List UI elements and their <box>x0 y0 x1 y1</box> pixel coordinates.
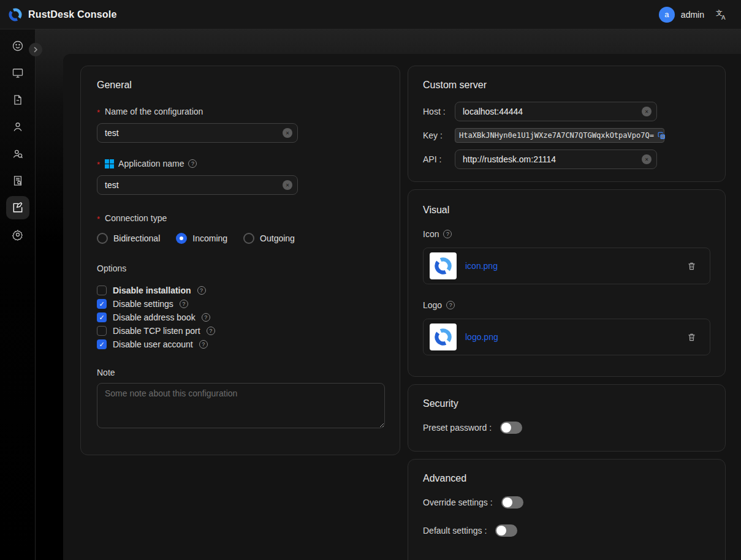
note-label: Note <box>97 368 384 377</box>
brand: RustDesk Console <box>7 7 117 23</box>
logo-thumbnail <box>430 324 457 350</box>
sidebar-item-configurations[interactable] <box>6 196 29 219</box>
host-input[interactable] <box>455 102 657 121</box>
option-disable-settings[interactable]: Disable settings <box>97 299 384 309</box>
trash-icon[interactable] <box>687 261 696 271</box>
question-circle-icon[interactable] <box>446 301 455 309</box>
custom-server-panel: Custom server Host : Key : HtaXBkJNHyn0e… <box>408 66 726 182</box>
radio-icon[interactable] <box>243 233 254 244</box>
override-settings-toggle[interactable] <box>501 496 523 509</box>
user-menu[interactable]: a admin <box>659 7 704 23</box>
option-disable-address-book[interactable]: Disable address book <box>97 312 384 322</box>
required-asterisk <box>97 213 101 223</box>
icon-upload-label: Icon <box>423 229 439 239</box>
content-area: General Name of the configuration <box>63 54 741 560</box>
audit-log-icon <box>12 175 24 187</box>
sidebar-item-dashboard[interactable] <box>6 34 29 58</box>
clear-input-icon[interactable] <box>283 180 292 190</box>
question-circle-icon[interactable] <box>180 300 188 308</box>
sidebar-item-devices[interactable] <box>6 61 29 85</box>
option-disable-user-account[interactable]: Disable user account <box>97 339 384 349</box>
options-label: Options <box>97 263 384 273</box>
sidebar-expand-button[interactable] <box>29 43 42 56</box>
translate-icon[interactable]: 文 A <box>715 9 728 21</box>
question-circle-icon[interactable] <box>202 313 210 322</box>
top-navbar: RustDesk Console a admin 文 A <box>0 0 741 29</box>
app-title: RustDesk Console <box>28 9 117 20</box>
sidebar-item-documents[interactable] <box>6 88 29 112</box>
question-circle-icon[interactable] <box>188 159 197 168</box>
app-name-label: Application name <box>118 159 184 168</box>
config-name-input[interactable] <box>97 123 298 143</box>
clear-input-icon[interactable] <box>642 107 652 116</box>
chevron-right-icon <box>32 47 39 53</box>
note-textarea[interactable] <box>97 383 385 428</box>
clear-input-icon[interactable] <box>283 128 292 138</box>
checkbox-icon[interactable] <box>97 339 107 349</box>
sidebar-item-users[interactable] <box>6 115 29 138</box>
sidebar-nav <box>0 29 36 560</box>
clear-input-icon[interactable] <box>642 154 652 164</box>
default-settings-toggle[interactable] <box>495 524 517 537</box>
api-label: API : <box>423 154 455 164</box>
api-input[interactable] <box>455 149 657 169</box>
preset-password-label: Preset password : <box>423 423 492 433</box>
question-circle-icon[interactable] <box>197 286 206 295</box>
option-disable-installation[interactable]: Disable installation <box>97 286 384 295</box>
svg-text:A: A <box>721 14 726 21</box>
radio-icon[interactable] <box>97 233 108 244</box>
checkbox-icon[interactable] <box>97 299 107 309</box>
key-value: HtaXBkJNHyn0e1U1jWXze7A7CN7QTGWqxkOtpaVp… <box>459 131 654 140</box>
sidebar-item-settings[interactable] <box>6 223 29 246</box>
radio-icon[interactable] <box>176 233 187 244</box>
question-circle-icon[interactable] <box>207 327 215 335</box>
rustdesk-logo-icon <box>7 7 23 23</box>
icon-file-link[interactable]: icon.png <box>465 261 498 271</box>
icon-upload-box: icon.png <box>423 248 710 284</box>
checkbox-icon[interactable] <box>97 312 107 322</box>
trash-icon[interactable] <box>687 332 696 342</box>
user-group-icon <box>12 148 24 160</box>
custom-server-title: Custom server <box>423 80 710 91</box>
host-label: Host : <box>423 107 455 116</box>
required-asterisk <box>97 159 101 168</box>
checkbox-icon[interactable] <box>97 286 107 295</box>
visual-title: Visual <box>423 205 710 216</box>
edit-square-icon <box>12 202 24 214</box>
icon-thumbnail <box>430 252 457 279</box>
security-title: Security <box>423 398 710 409</box>
radio-bidirectional[interactable]: Bidirectional <box>97 233 160 244</box>
radio-incoming[interactable]: Incoming <box>176 233 227 244</box>
logo-file-link[interactable]: logo.png <box>465 332 498 342</box>
key-value-pill: HtaXBkJNHyn0e1U1jWXze7A7CN7QTGWqxkOtpaVp… <box>455 128 664 143</box>
monitor-icon <box>12 67 24 79</box>
sidebar-item-audit-log[interactable] <box>6 169 29 192</box>
option-disable-tcp-listen-port[interactable]: Disable TCP listen port <box>97 326 384 336</box>
page-body: General Name of the configuration <box>0 29 741 560</box>
security-panel: Security Preset password : <box>408 384 726 452</box>
connection-type-label: Connection type <box>105 213 167 223</box>
default-settings-label: Default settings : <box>423 526 487 535</box>
general-title: General <box>97 80 384 91</box>
advanced-panel: Advanced Override settings : Default set… <box>408 459 726 560</box>
smiley-face-icon <box>12 40 24 52</box>
advanced-title: Advanced <box>423 473 710 484</box>
user-icon <box>12 121 24 133</box>
windows-logo-icon <box>105 159 114 168</box>
question-circle-icon[interactable] <box>443 230 452 238</box>
radio-outgoing[interactable]: Outgoing <box>243 233 295 244</box>
preset-password-toggle[interactable] <box>500 422 522 434</box>
visual-panel: Visual Icon <box>408 189 726 377</box>
checkbox-icon[interactable] <box>97 326 107 336</box>
user-name: admin <box>681 10 704 20</box>
required-asterisk <box>97 107 101 116</box>
copy-icon[interactable] <box>658 132 666 140</box>
sidebar-item-groups[interactable] <box>6 142 29 165</box>
connection-type-group: Bidirectional Incoming Outgoing <box>97 233 384 244</box>
gear-icon <box>12 229 24 241</box>
override-settings-label: Override settings : <box>423 498 493 507</box>
key-label: Key : <box>423 131 455 140</box>
question-circle-icon[interactable] <box>199 340 208 349</box>
avatar[interactable]: a <box>659 7 675 23</box>
app-name-input[interactable] <box>97 175 298 195</box>
